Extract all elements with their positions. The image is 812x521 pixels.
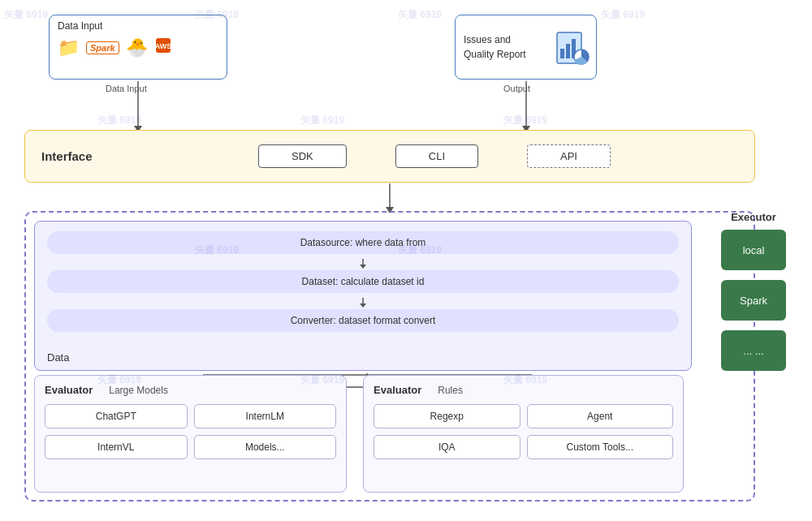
eval-right-title: Evaluator bbox=[374, 384, 421, 396]
data-section: Datasource: where data from Dataset: cal… bbox=[34, 221, 692, 371]
interface-box: Interface SDK CLI API bbox=[24, 130, 755, 183]
svg-rect-19 bbox=[560, 49, 564, 58]
issues-text-area: Issues andQuality Report bbox=[464, 32, 549, 62]
watermark-3: 矢量 6919 bbox=[398, 8, 442, 22]
watermark-5: 矢量 6919 bbox=[97, 114, 141, 127]
eval-item-chatgpt: ChatGPT bbox=[45, 404, 188, 428]
issues-label: Issues andQuality Report bbox=[464, 32, 549, 62]
output-label: Output bbox=[503, 84, 530, 93]
eval-item-regexp: Regexp bbox=[374, 404, 520, 428]
aws-icon: AWS bbox=[154, 37, 172, 58]
api-button[interactable]: API bbox=[527, 144, 611, 168]
watermark-6: 矢量 6919 bbox=[300, 114, 344, 127]
eval-item-internlm: InternLM bbox=[194, 404, 337, 428]
svg-marker-24 bbox=[360, 265, 366, 269]
sdk-button[interactable]: SDK bbox=[258, 144, 347, 168]
eval-right-subtitle: Rules bbox=[438, 385, 463, 396]
watermark-1: 矢量 6919 bbox=[4, 8, 48, 22]
eval-item-customtools: Custom Tools... bbox=[527, 435, 674, 459]
watermark-7: 矢量 6919 bbox=[503, 114, 547, 127]
converter-box: Converter: dataset format convert bbox=[47, 309, 679, 332]
data-label: Data bbox=[47, 351, 69, 364]
executor-spark[interactable]: Spark bbox=[721, 280, 786, 321]
eval-item-iqa: IQA bbox=[374, 435, 520, 459]
svg-rect-20 bbox=[566, 44, 570, 58]
main-container: Datasource: where data from Dataset: cal… bbox=[24, 211, 755, 502]
data-input-arrow-label: Data Input bbox=[106, 84, 147, 93]
emoji-icon: 🐣 bbox=[126, 37, 148, 58]
eval-right-header: Evaluator Rules bbox=[374, 384, 673, 396]
evaluator-left: Evaluator Large Models ChatGPT InternLM … bbox=[34, 375, 347, 493]
data-input-label: Data Input bbox=[106, 84, 147, 93]
executor-local[interactable]: local bbox=[721, 230, 786, 270]
datasource-box: Datasource: where data from bbox=[47, 231, 679, 254]
eval-item-agent: Agent bbox=[527, 404, 674, 428]
eval-left-subtitle: Large Models bbox=[109, 385, 168, 396]
diagram-container: Data Input 📁 Spark 🐣 AWS Data Input Issu… bbox=[0, 0, 812, 521]
folder-icon: 📁 bbox=[58, 37, 80, 58]
svg-text:AWS: AWS bbox=[154, 42, 171, 50]
data-input-title: Data Input bbox=[58, 20, 102, 32]
data-input-box: Data Input 📁 Spark 🐣 AWS bbox=[49, 15, 227, 80]
dataset-box: Dataset: calculate dataset id bbox=[47, 270, 679, 293]
issues-quality-box: Issues andQuality Report bbox=[455, 15, 597, 80]
executor-label: Executor bbox=[713, 211, 794, 223]
eval-right-grid: Regexp Agent IQA Custom Tools... bbox=[374, 404, 673, 459]
output-arrow-label: Output bbox=[503, 84, 530, 93]
interface-buttons: SDK CLI API bbox=[131, 144, 738, 168]
eval-left-title: Evaluator bbox=[45, 384, 93, 396]
executor-section: Executor local Spark ... ... bbox=[713, 211, 794, 381]
chart-icon-area bbox=[555, 31, 588, 63]
eval-item-internvl: InternVL bbox=[45, 435, 188, 459]
watermark-4: 矢量 6919 bbox=[601, 8, 645, 22]
eval-item-models: Models... bbox=[194, 435, 337, 459]
evaluator-right: Evaluator Rules Regexp Agent IQA Custom … bbox=[363, 375, 684, 493]
svg-marker-26 bbox=[360, 304, 366, 308]
data-input-icons: 📁 Spark 🐣 AWS bbox=[58, 37, 172, 58]
cli-button[interactable]: CLI bbox=[395, 144, 478, 168]
interface-label: Interface bbox=[41, 149, 106, 163]
eval-left-grid: ChatGPT InternLM InternVL Models... bbox=[45, 404, 336, 459]
executor-more[interactable]: ... ... bbox=[721, 330, 786, 371]
eval-left-header: Evaluator Large Models bbox=[45, 384, 336, 396]
spark-logo: Spark bbox=[86, 41, 119, 54]
